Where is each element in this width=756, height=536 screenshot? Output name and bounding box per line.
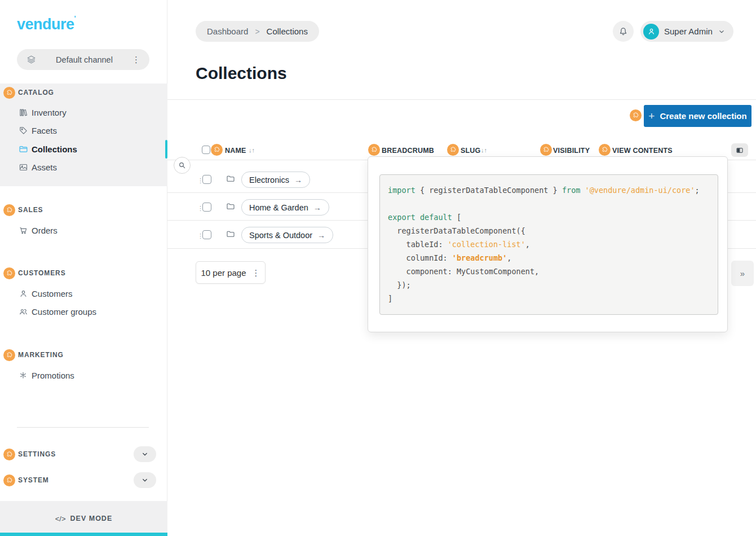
sidebar-item-facets[interactable]: Facets [19, 124, 57, 137]
column-header-name[interactable]: NAME [225, 147, 246, 155]
code-brackets-icon: </> [55, 515, 66, 523]
kebab-menu-icon: ⋮ [252, 269, 260, 277]
row-checkbox[interactable] [202, 175, 211, 184]
code-block: import { registerDataTableComponent } fr… [379, 174, 718, 315]
section-label: SALES [18, 206, 43, 214]
section-label: SETTINGS [18, 450, 56, 458]
sidebar-item-label: Assets [32, 162, 57, 172]
notifications-button[interactable] [613, 21, 634, 42]
extension-badge-icon [211, 144, 223, 156]
dev-mode-label: DEV MODE [70, 515, 113, 522]
section-label: SYSTEM [18, 476, 49, 484]
sidebar-item-inventory[interactable]: Inventory [19, 106, 67, 118]
channel-label: Default channel [37, 55, 132, 64]
search-icon [178, 161, 187, 170]
folder-icon [226, 174, 235, 183]
extension-badge-icon [3, 267, 15, 279]
main-content: Dashboard > Collections Super Admin Coll… [167, 0, 756, 536]
user-menu[interactable]: Super Admin [640, 21, 733, 42]
arrow-right-icon: → [313, 203, 321, 212]
create-new-collection-button[interactable]: + Create new collection [644, 105, 751, 127]
collection-chip-home-garden[interactable]: Home & Garden → [241, 199, 329, 216]
column-header-view-contents[interactable]: VIEW CONTENTS [612, 147, 673, 155]
page-title: Collections [196, 64, 287, 83]
extension-badge-icon [3, 475, 15, 486]
sidebar-item-collections[interactable]: Collections [19, 143, 77, 155]
next-page-button[interactable]: » [731, 261, 754, 286]
breadcrumb-current: Collections [267, 27, 308, 36]
items-per-page-select[interactable]: 10 per page ⋮ [196, 261, 266, 284]
section-customers: CUSTOMERS [3, 267, 66, 279]
section-label: MARKETING [18, 351, 64, 359]
sidebar-item-label: Facets [32, 126, 57, 135]
sort-icon[interactable]: ↓↑ [481, 147, 487, 153]
section-label: CATALOG [18, 89, 54, 96]
plus-icon: + [648, 110, 655, 122]
section-settings[interactable]: SETTINGS [3, 448, 56, 460]
extension-badge-icon [3, 204, 15, 216]
extension-badge-icon [540, 144, 552, 156]
sidebar-divider [17, 427, 149, 428]
search-button[interactable] [174, 157, 191, 174]
columns-icon [735, 146, 744, 155]
sidebar-item-label: Customer groups [32, 307, 96, 317]
column-header-slug[interactable]: SLUG [461, 147, 481, 155]
sidebar-item-label: Orders [32, 226, 58, 235]
chevron-down-icon [718, 28, 726, 36]
vendure-logo[interactable]: vendure' [17, 16, 76, 33]
arrow-right-icon: → [294, 175, 302, 184]
dev-mode-code-popover: import { registerDataTableComponent } fr… [368, 156, 728, 332]
section-marketing: MARKETING [3, 349, 64, 361]
cart-icon [19, 226, 28, 235]
channel-selector[interactable]: Default channel ⋮ [17, 49, 149, 70]
row-checkbox[interactable] [202, 203, 211, 212]
breadcrumb-separator: > [255, 27, 259, 36]
row-checkbox[interactable] [202, 230, 211, 239]
user-name: Super Admin [664, 27, 713, 36]
inventory-icon [19, 108, 28, 117]
sidebar-item-orders[interactable]: Orders [19, 224, 58, 236]
section-system[interactable]: SYSTEM [3, 474, 49, 486]
tag-icon [19, 126, 28, 135]
logo-tick: ' [74, 14, 76, 23]
chevron-down-icon [141, 476, 149, 484]
create-button-label: Create new collection [660, 111, 746, 121]
channel-menu-icon[interactable]: ⋮ [132, 55, 140, 64]
extension-badge-icon [599, 144, 611, 156]
column-header-breadcrumb[interactable]: BREADCRUMB [382, 147, 434, 155]
extension-badge-icon [3, 349, 15, 361]
system-expand-button[interactable] [134, 472, 156, 488]
avatar [643, 24, 659, 39]
settings-expand-button[interactable] [134, 446, 156, 462]
dev-mode-button[interactable]: </> DEV MODE [0, 501, 167, 536]
collection-name: Electronics [249, 175, 289, 184]
column-settings-button[interactable] [731, 143, 748, 157]
collection-chip-sports-outdoor[interactable]: Sports & Outdoor → [241, 227, 333, 243]
sidebar-item-label: Inventory [32, 108, 67, 117]
sidebar: vendure' Default channel ⋮ CATALOG Inven… [0, 0, 167, 536]
sidebar-item-assets[interactable]: Assets [19, 161, 57, 173]
sidebar-item-customer-groups[interactable]: Customer groups [19, 305, 96, 318]
extension-badge-icon [3, 449, 15, 460]
user-icon [19, 289, 28, 298]
select-all-checkbox[interactable] [202, 146, 210, 154]
sidebar-item-promotions[interactable]: Promotions [19, 369, 74, 381]
column-header-visibility[interactable]: VISIBILITY [553, 147, 590, 155]
users-icon [19, 307, 28, 317]
breadcrumb-dashboard-link[interactable]: Dashboard [207, 27, 248, 36]
sort-icon[interactable]: ↓↑ [249, 147, 255, 153]
extension-badge-icon [3, 87, 15, 99]
folder-icon [226, 230, 235, 239]
section-catalog: CATALOG [3, 86, 54, 99]
collection-chip-electronics[interactable]: Electronics → [241, 172, 310, 188]
sidebar-item-label: Promotions [32, 371, 74, 380]
per-page-label: 10 per page [201, 268, 246, 278]
collection-name: Home & Garden [249, 203, 308, 212]
section-label: CUSTOMERS [18, 269, 66, 277]
sidebar-item-label: Customers [32, 289, 73, 298]
asterisk-icon [19, 371, 28, 380]
sidebar-item-customers[interactable]: Customers [19, 287, 73, 300]
sidebar-footer: </> DEV MODE [0, 501, 167, 536]
folder-icon [19, 144, 28, 154]
image-icon [19, 162, 28, 172]
